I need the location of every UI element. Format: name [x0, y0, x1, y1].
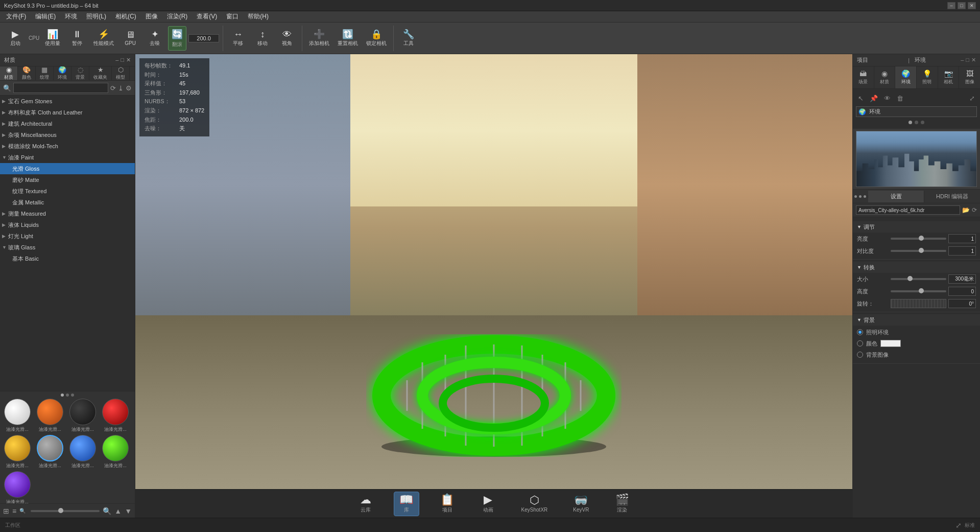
swatch-white[interactable]: 油漆光滑... — [2, 399, 33, 433]
tree-paint[interactable]: ▼ 油漆 Paint — [0, 152, 135, 163]
tools-button[interactable]: 🔧 工具 — [397, 28, 420, 49]
size-slider[interactable] — [891, 278, 946, 280]
env-tool-select[interactable]: ↖ — [856, 94, 866, 103]
add-camera-button[interactable]: ➕ 添加相机 — [306, 28, 332, 49]
right-tab-material[interactable]: ◉ 材质 — [874, 66, 896, 88]
menu-render[interactable]: 渲染(R) — [163, 11, 192, 22]
tree-textured[interactable]: 纹理 Textured — [0, 186, 135, 197]
nav-render[interactable]: 🎬 渲染 — [609, 492, 635, 516]
swatch-red[interactable]: 油漆光滑... — [100, 399, 131, 433]
tree-liquids[interactable]: ▶ 液体 Liquids — [0, 219, 135, 230]
tab-models[interactable]: ⬡ 模型 — [112, 66, 130, 80]
env-tool-delete[interactable]: 🗑 — [895, 94, 905, 103]
radio-bg-image[interactable]: 背景图像 — [857, 350, 976, 360]
render-canvas[interactable]: 每秒帧数： 49.1 时间： 15s 采样值： 45 三角形： 197,680 … — [135, 54, 852, 489]
menu-window[interactable]: 窗口 — [222, 11, 243, 22]
list-btn[interactable]: ≡ — [12, 507, 16, 515]
radio-btn-bgimage[interactable] — [857, 352, 863, 358]
menu-lighting[interactable]: 照明(L) — [82, 11, 110, 22]
filepath-browse-btn[interactable]: 📂 — [962, 206, 970, 214]
rp-min-btn[interactable]: – — [961, 57, 964, 63]
tree-basic[interactable]: 基本 Basic — [0, 253, 135, 264]
tree-gloss[interactable]: 光滑 Gloss — [0, 163, 135, 174]
right-tab-camera[interactable]: 📷 相机 — [938, 66, 960, 88]
menu-help[interactable]: 帮助(H) — [244, 11, 273, 22]
radio-lighting-env[interactable]: 照明环境 — [857, 327, 976, 337]
env-filepath-input[interactable] — [856, 205, 960, 215]
tree-glass[interactable]: ▼ 玻璃 Glass — [0, 242, 135, 253]
tree-miscellaneous[interactable]: ▶ 杂项 Miscellaneous — [0, 129, 135, 141]
rp-max-btn[interactable]: □ — [966, 57, 969, 63]
usage-button[interactable]: 📊 使用量 — [41, 28, 64, 49]
env-dot-2[interactable] — [915, 121, 918, 124]
move-button[interactable]: ↔ 平移 — [227, 28, 249, 49]
rp-close-btn[interactable]: ✕ — [971, 57, 976, 63]
tree-measured[interactable]: ▶ 测量 Measured — [0, 208, 135, 219]
radio-btn-color[interactable] — [857, 340, 863, 346]
contrast-slider[interactable] — [891, 250, 946, 252]
render-special-button[interactable]: 🔄 翻滚 — [168, 26, 186, 51]
env-expand-btn[interactable]: ⤢ — [967, 94, 977, 103]
gpu-button[interactable]: 🖥 GPU — [119, 29, 141, 48]
swatch-gray[interactable]: 油漆光滑... — [35, 435, 65, 469]
env-dot-3[interactable] — [921, 121, 924, 124]
nav-keyshotxr[interactable]: ⬡ KeyShotXR — [516, 493, 553, 515]
tree-gem-stones[interactable]: ▶ 宝石 Gem Stones — [0, 96, 135, 107]
start-button[interactable]: ▶ 启动 — [4, 28, 27, 49]
height-slider[interactable] — [891, 290, 946, 292]
tab-favorites[interactable]: ★ 收藏夹 — [89, 66, 112, 80]
rotation-input[interactable] — [948, 299, 976, 308]
background-section-header[interactable]: ▼ 背景 — [853, 314, 980, 326]
size-slider[interactable] — [31, 510, 100, 512]
search-input[interactable] — [13, 83, 108, 93]
swatch-dot-1[interactable] — [61, 394, 64, 397]
size-input[interactable] — [948, 274, 976, 284]
right-tab-environment[interactable]: 🌍 环境 — [895, 66, 917, 88]
adjust-section-header[interactable]: ▼ 调节 — [853, 221, 980, 233]
swatch-purple[interactable]: 油漆光滑... — [2, 471, 33, 503]
tree-metallic[interactable]: 金属 Metallic — [0, 197, 135, 208]
menu-image[interactable]: 图像 — [141, 11, 162, 22]
menu-camera[interactable]: 相机(C) — [111, 11, 140, 22]
menu-view[interactable]: 查看(V) — [193, 11, 221, 22]
menu-env[interactable]: 环境 — [61, 11, 81, 22]
refresh-icon[interactable]: ⟳ — [110, 84, 116, 92]
height-input[interactable] — [948, 287, 976, 296]
env-tool-pin[interactable]: 📌 — [868, 94, 880, 103]
tree-light[interactable]: ▶ 灯光 Light — [0, 230, 135, 242]
nav-library[interactable]: 📖 库 — [394, 492, 419, 516]
right-tab-image[interactable]: 🖼 图像 — [959, 66, 980, 88]
radio-color[interactable]: 颜色 — [857, 338, 976, 349]
tree-mold-tech[interactable]: ▶ 模德涂纹 Mold-Tech — [0, 141, 135, 152]
swatch-dot-2[interactable] — [66, 394, 69, 397]
minimize-button[interactable]: – — [947, 2, 955, 9]
down-btn[interactable]: ▼ — [125, 507, 132, 515]
sub-tab-hdri[interactable]: HDRI 编辑器 — [924, 191, 980, 202]
reset-camera-button[interactable]: 🔃 重置相机 — [334, 28, 361, 49]
up-btn[interactable]: ▲ — [114, 507, 122, 515]
env-dot-1[interactable] — [909, 121, 912, 124]
grid-btn[interactable]: ⊞ — [3, 507, 9, 515]
expand-btn[interactable]: ⤢ — [955, 521, 962, 529]
nav-project[interactable]: 📋 项目 — [435, 492, 460, 516]
panel-min-btn[interactable]: – — [115, 57, 118, 63]
swatch-gold[interactable]: 油漆光滑... — [2, 435, 33, 469]
radio-btn-lighting[interactable] — [857, 329, 863, 335]
filepath-reload-btn[interactable]: ⟳ — [972, 206, 977, 214]
settings-icon[interactable]: ⚙ — [126, 84, 132, 92]
tab-materials[interactable]: ◉ 材质 — [0, 66, 18, 80]
lock-camera-button[interactable]: 🔒 锁定相机 — [363, 28, 390, 49]
render-value-input[interactable] — [188, 34, 219, 42]
panel-max-btn[interactable]: □ — [121, 57, 124, 63]
tree-matte[interactable]: 磨砂 Matte — [0, 174, 135, 186]
sub-tab-settings[interactable]: 设置 — [868, 191, 924, 202]
maximize-button[interactable]: □ — [958, 2, 966, 9]
right-tab-lighting[interactable]: 💡 照明 — [917, 66, 938, 88]
close-button[interactable]: ✕ — [968, 2, 976, 9]
swatch-green[interactable]: 油漆光滑... — [100, 435, 131, 469]
tab-background[interactable]: ◌ 背景 — [71, 66, 89, 80]
denoise-button[interactable]: ✦ 去噪 — [144, 28, 166, 49]
brightness-slider[interactable] — [891, 238, 946, 240]
env-item-row[interactable]: 🌍 环境 — [856, 106, 977, 117]
view-button[interactable]: 👁 视角 — [276, 28, 298, 49]
